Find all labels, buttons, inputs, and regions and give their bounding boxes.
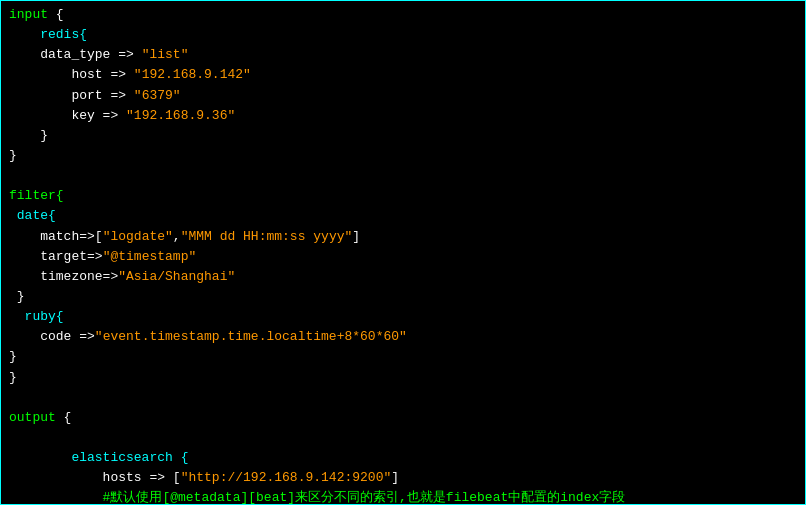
code-token: host => <box>9 67 134 82</box>
code-token: } <box>9 128 48 143</box>
code-line: input { <box>9 5 797 25</box>
code-line: port => "6379" <box>9 86 797 106</box>
code-token: ] <box>391 470 399 485</box>
editor-window: input { redis{ data_type => "list" host … <box>0 0 806 505</box>
code-line: hosts => ["http://192.168.9.142:9200"] <box>9 468 797 488</box>
code-line: code =>"event.timestamp.time.localtime+8… <box>9 327 797 347</box>
code-line: key => "192.168.9.36" <box>9 106 797 126</box>
code-token: "list" <box>142 47 189 62</box>
code-token: code => <box>9 329 95 344</box>
code-line: filter{ <box>9 186 797 206</box>
code-token: data_type => <box>9 47 142 62</box>
code-token: target=> <box>9 249 103 264</box>
code-token: #默认使用[@metadata][beat]来区分不同的索引,也就是filebe… <box>9 490 625 505</box>
code-token: ] <box>352 229 360 244</box>
code-token: input <box>9 7 48 22</box>
code-token: "@timestamp" <box>103 249 197 264</box>
code-content: input { redis{ data_type => "list" host … <box>1 1 805 505</box>
code-token: "6379" <box>134 88 181 103</box>
code-line: date{ <box>9 206 797 226</box>
code-token: "192.168.9.36" <box>126 108 235 123</box>
code-token: ruby{ <box>9 309 64 324</box>
code-line: elasticsearch { <box>9 448 797 468</box>
code-token: date{ <box>9 208 56 223</box>
code-line: match=>["logdate","MMM dd HH:mm:ss yyyy"… <box>9 227 797 247</box>
code-token: timezone=> <box>9 269 118 284</box>
code-token: "event.timestamp.time.localtime+8*60*60" <box>95 329 407 344</box>
code-line: #默认使用[@metadata][beat]来区分不同的索引,也就是filebe… <box>9 488 797 505</box>
code-token: } <box>9 289 25 304</box>
code-line: } <box>9 146 797 166</box>
code-token: "MMM dd HH:mm:ss yyyy" <box>181 229 353 244</box>
code-line: timezone=>"Asia/Shanghai" <box>9 267 797 287</box>
code-line: } <box>9 368 797 388</box>
code-token: "Asia/Shanghai" <box>118 269 235 284</box>
code-token: , <box>173 229 181 244</box>
code-token: key => <box>9 108 126 123</box>
code-token: { <box>48 7 64 22</box>
code-line: host => "192.168.9.142" <box>9 65 797 85</box>
code-token: filter{ <box>9 188 64 203</box>
code-line: redis{ <box>9 25 797 45</box>
code-token: } <box>9 148 17 163</box>
code-token: hosts => [ <box>9 470 181 485</box>
code-line: ruby{ <box>9 307 797 327</box>
code-token: "http://192.168.9.142:9200" <box>181 470 392 485</box>
code-token: redis{ <box>9 27 87 42</box>
code-line: } <box>9 287 797 307</box>
code-token: "192.168.9.142" <box>134 67 251 82</box>
code-line <box>9 166 797 186</box>
code-line <box>9 428 797 448</box>
code-line: target=>"@timestamp" <box>9 247 797 267</box>
code-token: { <box>56 410 72 425</box>
code-token: } <box>9 370 17 385</box>
code-token: elasticsearch { <box>9 450 188 465</box>
code-line: output { <box>9 408 797 428</box>
code-token: match=>[ <box>9 229 103 244</box>
code-token: output <box>9 410 56 425</box>
code-line: data_type => "list" <box>9 45 797 65</box>
code-line: } <box>9 126 797 146</box>
code-token: } <box>9 349 17 364</box>
code-token: port => <box>9 88 134 103</box>
code-token: "logdate" <box>103 229 173 244</box>
code-line <box>9 388 797 408</box>
code-line: } <box>9 347 797 367</box>
